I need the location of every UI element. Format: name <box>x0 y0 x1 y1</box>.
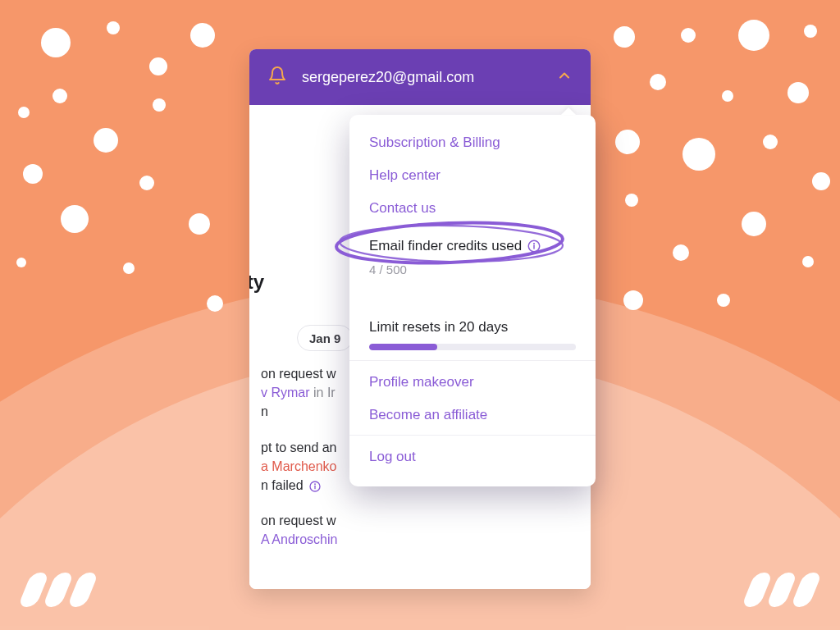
date-pill[interactable]: Jan 9 <box>297 325 353 351</box>
app-panel: sergeperez20@gmail.com ity Jan 9 on requ… <box>249 49 591 589</box>
menu-log-out[interactable]: Log out <box>369 441 576 473</box>
credits-title: Email finder credits used <box>369 238 522 254</box>
credits-count: 4 / 500 <box>369 262 576 276</box>
menu-help-center[interactable]: Help center <box>369 159 576 192</box>
menu-contact-us[interactable]: Contact us <box>369 192 576 225</box>
menu-profile-makeover[interactable]: Profile makeover <box>369 366 576 399</box>
decorative-slashes-left <box>25 573 92 607</box>
feed-person-link[interactable]: A Androschin <box>261 532 337 546</box>
user-dropdown: Subscription & Billing Help center Conta… <box>349 115 596 486</box>
dropdown-top-links: Subscription & Billing Help center Conta… <box>349 115 596 236</box>
feed-person-link[interactable]: v Rymar <box>261 386 310 399</box>
reset-progress-fill <box>369 344 437 350</box>
app-header: sergeperez20@gmail.com <box>249 49 591 105</box>
feed-text: on request w <box>261 514 336 527</box>
bell-icon[interactable] <box>267 66 287 89</box>
menu-subscription-billing[interactable]: Subscription & Billing <box>369 126 576 159</box>
feed-person-link[interactable]: a Marchenko <box>261 459 337 473</box>
feed-text: on request w <box>261 367 336 381</box>
user-email[interactable]: sergeperez20@gmail.com <box>302 69 541 86</box>
feed-text: n failed <box>261 478 304 492</box>
feed-text: in Ir <box>310 386 336 399</box>
decorative-slashes-right <box>748 573 815 607</box>
svg-point-2 <box>315 484 316 485</box>
menu-become-affiliate[interactable]: Become an affiliate <box>369 399 576 431</box>
info-icon[interactable] <box>527 239 541 253</box>
feed-text: n <box>261 404 268 418</box>
chevron-up-icon[interactable] <box>556 67 573 87</box>
reset-label: Limit resets in 20 days <box>369 319 576 336</box>
credits-block: Email finder credits used 4 / 500 <box>349 236 596 286</box>
reset-block: Limit resets in 20 days <box>349 286 596 352</box>
svg-point-7 <box>534 244 535 244</box>
dropdown-bottom-links: Profile makeover Become an affiliate <box>349 360 596 435</box>
feed-item: on request w A Androschin <box>261 511 579 549</box>
info-icon[interactable] <box>308 480 322 493</box>
section-heading-fragment: ity <box>249 271 264 294</box>
feed-text: pt to send an <box>261 441 337 454</box>
reset-progress <box>369 344 576 350</box>
